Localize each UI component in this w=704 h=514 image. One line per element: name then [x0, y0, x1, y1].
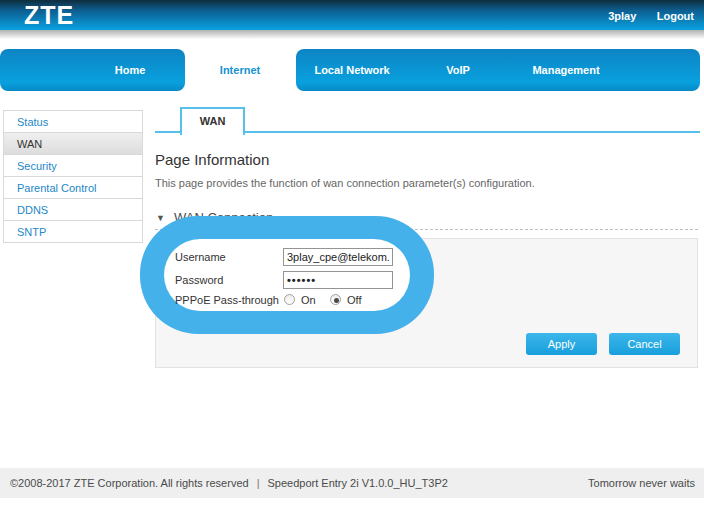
router-admin-page: ZTE 3play Logout Home Internet Local Net…: [0, 0, 704, 514]
sidebar-item-sntp[interactable]: SNTP: [4, 221, 142, 243]
password-label: Password: [175, 274, 223, 286]
pppoe-on-radio[interactable]: [284, 294, 295, 305]
footer-slogan: Tomorrow never waits: [588, 468, 695, 498]
apply-button[interactable]: Apply: [526, 333, 597, 355]
cancel-button[interactable]: Cancel: [609, 333, 680, 355]
nav-item-home[interactable]: Home: [115, 49, 146, 91]
footer-left: ©2008-2017 ZTE Corporation. All rights r…: [10, 468, 448, 498]
pppoe-passthrough-label: PPPoE Pass-through: [175, 294, 279, 306]
password-input[interactable]: [283, 271, 393, 289]
logout-link[interactable]: Logout: [657, 10, 694, 22]
tab-wan[interactable]: WAN: [180, 107, 245, 135]
page-description: This page provides the function of wan c…: [155, 177, 535, 189]
sidebar-item-parental-control[interactable]: Parental Control: [4, 177, 142, 199]
collapse-arrow-icon: ▼: [156, 213, 165, 223]
radio-dot-icon: [334, 298, 339, 303]
account-area: 3play Logout: [592, 0, 694, 30]
zte-logo: ZTE: [24, 0, 74, 30]
account-name: 3play: [608, 10, 636, 22]
sidebar: Status WAN Security Parental Control DDN…: [3, 110, 143, 243]
firmware-version: Speedport Entry 2i V1.0.0_HU_T3P2: [267, 477, 447, 489]
nav-segment-left: [0, 49, 185, 91]
sidebar-item-security[interactable]: Security: [4, 155, 142, 177]
sidebar-item-wan[interactable]: WAN: [4, 133, 142, 155]
nav-item-voip[interactable]: VoIP: [446, 49, 470, 91]
footer-bar: ©2008-2017 ZTE Corporation. All rights r…: [0, 468, 704, 498]
username-label: Username: [175, 251, 226, 263]
nav-item-local-network[interactable]: Local Network: [314, 49, 389, 91]
sidebar-item-status[interactable]: Status: [4, 111, 142, 133]
main-nav: Home Internet Local Network VoIP Managem…: [0, 49, 704, 91]
copyright-text: ©2008-2017 ZTE Corporation. All rights r…: [10, 477, 249, 489]
page-title: Page Information: [155, 151, 269, 168]
pppoe-on-label[interactable]: On: [301, 294, 316, 306]
content-tabbar: WAN: [155, 107, 700, 133]
pppoe-off-radio[interactable]: [330, 294, 341, 305]
nav-item-internet[interactable]: Internet: [220, 49, 260, 91]
sidebar-item-ddns[interactable]: DDNS: [4, 199, 142, 221]
header-shadow: [0, 30, 704, 41]
top-header-bar: ZTE 3play Logout: [0, 0, 704, 30]
username-input[interactable]: [283, 248, 393, 266]
pppoe-off-label[interactable]: Off: [347, 294, 361, 306]
nav-item-management[interactable]: Management: [532, 49, 599, 91]
footer-separator: |: [257, 477, 260, 489]
